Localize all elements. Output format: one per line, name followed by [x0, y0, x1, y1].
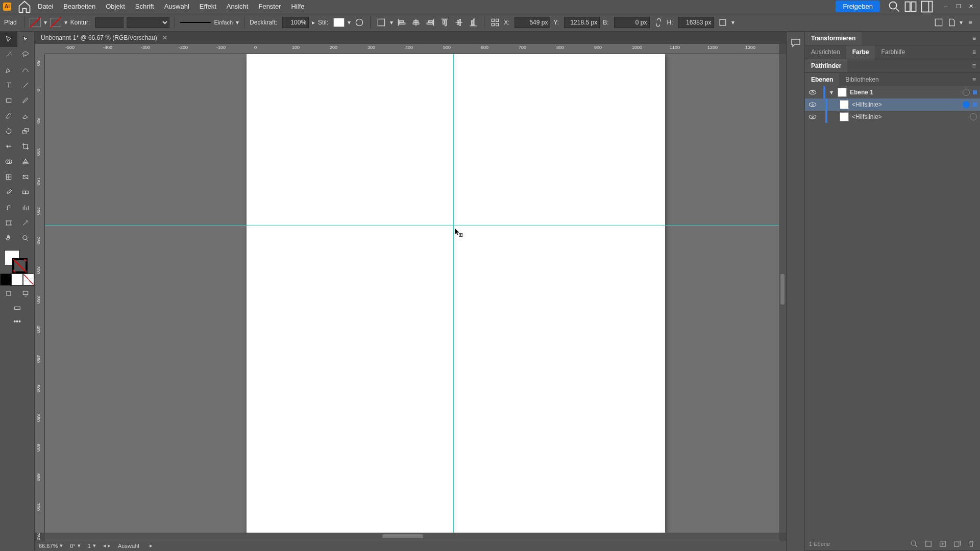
controlbar-menu-icon[interactable]: ≡	[965, 17, 976, 28]
align-hcenter-icon[interactable]	[410, 17, 422, 28]
visibility-toggle-icon[interactable]	[808, 100, 817, 109]
transform-panel-icon[interactable]	[489, 17, 501, 28]
selection-tool[interactable]	[0, 32, 17, 47]
delete-layer-icon[interactable]	[967, 539, 976, 548]
link-wh-icon[interactable]	[653, 17, 664, 28]
make-clipping-mask-icon[interactable]	[924, 539, 933, 548]
slice-tool[interactable]	[17, 215, 35, 231]
align-right-icon[interactable]	[425, 17, 436, 28]
align-top-icon[interactable]	[439, 17, 450, 28]
line-segment-tool[interactable]	[17, 78, 35, 93]
artboard-tool[interactable]	[0, 215, 17, 231]
fill-swatch[interactable]	[30, 18, 41, 27]
panel-menu-icon[interactable]: ≡	[968, 35, 980, 42]
gradient-tool[interactable]	[17, 169, 35, 185]
menu-auswahl[interactable]: Auswahl	[159, 3, 194, 10]
tab-ausrichten[interactable]: Ausrichten	[805, 45, 846, 59]
home-button[interactable]	[17, 1, 32, 12]
arrange-documents-icon[interactable]	[903, 1, 918, 12]
workspace-switcher-icon[interactable]	[920, 1, 934, 12]
expand-layer-icon[interactable]: ▾	[828, 89, 835, 96]
target-icon[interactable]	[963, 101, 970, 108]
new-sublayer-icon[interactable]	[938, 539, 947, 548]
scrollbar-vertical[interactable]	[779, 54, 786, 533]
paintbrush-tool[interactable]	[17, 93, 35, 108]
sublayer-row[interactable]: <Hilfslinie>	[805, 98, 980, 111]
opacity-field[interactable]	[282, 17, 309, 28]
scrollbar-horizontal[interactable]	[45, 533, 779, 540]
pen-tool[interactable]	[0, 62, 17, 78]
column-graph-tool[interactable]	[17, 200, 35, 215]
guide-horizontal[interactable]	[45, 225, 779, 226]
close-tab-icon[interactable]: ✕	[162, 34, 167, 41]
zoom-level[interactable]: 66.67%	[39, 543, 58, 549]
draw-normal-icon[interactable]	[0, 286, 17, 301]
menu-fenster[interactable]: Fenster	[253, 3, 286, 10]
brush-definition[interactable]	[180, 19, 211, 26]
target-icon[interactable]	[970, 113, 977, 120]
align-vcenter-icon[interactable]	[453, 17, 464, 28]
panel-menu-icon[interactable]: ≡	[968, 48, 980, 56]
type-tool[interactable]	[0, 78, 17, 93]
stroke-weight-field[interactable]	[95, 17, 124, 28]
edit-toolbar-icon[interactable]	[0, 301, 34, 315]
mesh-tool[interactable]	[0, 169, 17, 185]
graphic-style-swatch[interactable]	[333, 18, 345, 27]
shaper-tool[interactable]	[0, 108, 17, 123]
lasso-tool[interactable]	[17, 47, 35, 62]
menu-effekt[interactable]: Effekt	[194, 3, 222, 10]
width-tool[interactable]	[0, 139, 17, 154]
hand-tool[interactable]	[0, 231, 17, 246]
sublayer-name[interactable]: <Hilfslinie>	[852, 101, 960, 108]
shape-builder-tool[interactable]	[0, 154, 17, 169]
search-icon[interactable]	[887, 1, 901, 12]
symbol-sprayer-tool[interactable]	[0, 200, 17, 215]
eyedropper-tool[interactable]	[0, 185, 17, 200]
shape-properties-icon[interactable]	[717, 17, 728, 28]
free-transform-tool[interactable]	[17, 139, 35, 154]
menu-hilfe[interactable]: Hilfe	[286, 3, 310, 10]
variable-width-profile[interactable]	[127, 17, 169, 28]
perspective-grid-tool[interactable]	[17, 154, 35, 169]
visibility-toggle-icon[interactable]	[808, 88, 817, 97]
locate-object-icon[interactable]	[910, 539, 919, 548]
x-field[interactable]	[514, 17, 550, 28]
document-tab-title[interactable]: Unbenannt-1* @ 66.67 % (RGB/Vorschau)	[41, 34, 157, 41]
menu-schrift[interactable]: Schrift	[130, 3, 159, 10]
isolate-icon[interactable]	[933, 17, 944, 28]
share-button[interactable]: Freigeben	[836, 1, 880, 12]
sublayer-row[interactable]: <Hilfslinie>	[805, 111, 980, 123]
tab-pathfinder[interactable]: Pathfinder	[805, 59, 847, 72]
tab-transformieren[interactable]: Transformieren	[805, 32, 862, 45]
target-icon[interactable]	[963, 89, 970, 96]
rotate-view[interactable]: 0°	[70, 543, 76, 549]
window-maximize[interactable]: ☐	[953, 3, 964, 11]
window-minimize[interactable]: ─	[941, 3, 951, 11]
ruler-origin[interactable]	[35, 44, 45, 54]
scale-tool[interactable]	[17, 123, 35, 139]
menu-bearbeiten[interactable]: Bearbeiten	[58, 3, 101, 10]
screen-mode-icon[interactable]	[17, 286, 35, 301]
h-field[interactable]	[678, 17, 714, 28]
direct-selection-tool[interactable]	[17, 32, 35, 47]
panel-menu-icon[interactable]: ≡	[968, 76, 980, 83]
ruler-vertical[interactable]: -500501001502002503003504004505005506006…	[35, 54, 45, 533]
panel-menu-icon[interactable]: ≡	[968, 62, 980, 69]
fill-stroke-control[interactable]	[0, 248, 34, 273]
menu-ansicht[interactable]: Ansicht	[222, 3, 254, 10]
ruler-horizontal[interactable]: -500-400-300-200-10001002003004005006007…	[45, 44, 779, 54]
edit-similar-icon[interactable]	[946, 17, 958, 28]
guide-vertical[interactable]	[453, 54, 454, 533]
eraser-tool[interactable]	[17, 108, 35, 123]
layer-row[interactable]: ▾ Ebene 1	[805, 86, 980, 98]
curvature-tool[interactable]	[17, 62, 35, 78]
tab-bibliotheken[interactable]: Bibliotheken	[839, 73, 885, 86]
color-mode-chips[interactable]	[0, 273, 34, 286]
align-left-icon[interactable]	[396, 17, 407, 28]
stroke-swatch[interactable]	[50, 18, 61, 27]
blend-tool[interactable]	[17, 185, 35, 200]
comments-dock-icon[interactable]	[790, 37, 802, 49]
zoom-tool[interactable]	[17, 231, 35, 246]
sublayer-name[interactable]: <Hilfslinie>	[852, 113, 967, 120]
window-close[interactable]: ✕	[966, 3, 976, 11]
